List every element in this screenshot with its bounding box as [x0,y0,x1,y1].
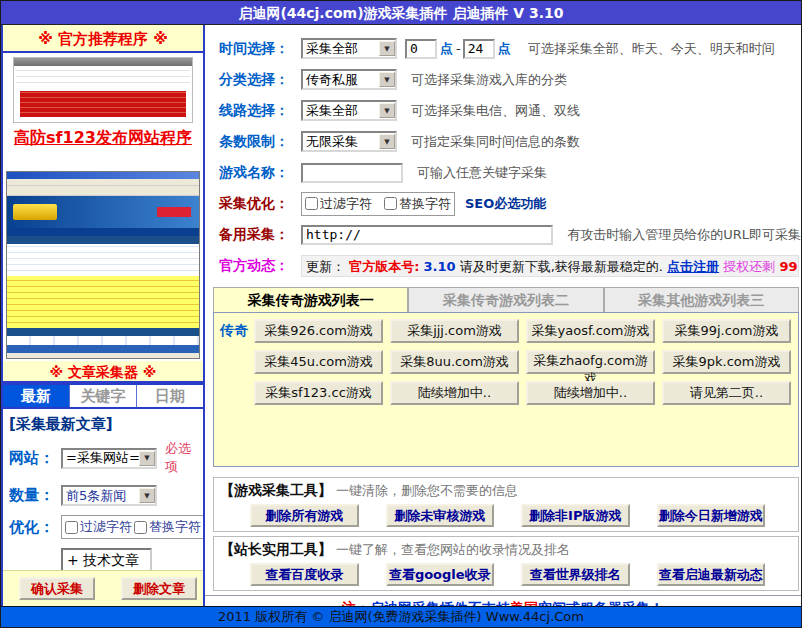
filter-chars-checkbox[interactable] [305,197,318,210]
collect-game-button[interactable]: 采集926.com游戏 [254,319,383,343]
check-baidu-index-button[interactable]: 查看百度收录 [250,563,359,586]
chevron-down-icon[interactable]: ▼ [139,488,155,503]
game-tools-header: 【游戏采集工具】 一键清除，删除您不需要的信息 [220,482,792,500]
backup-url-input[interactable] [301,225,553,245]
promo-link[interactable]: 高防sf123发布网站程序 [14,128,192,149]
tab-game-list-3[interactable]: 采集其他游戏列表三 [604,287,799,312]
hour-label: 点 [440,40,453,58]
news-prefix: 更新： [306,259,345,274]
filter-chars-label: 过滤字符 [80,518,132,536]
collect-game-button[interactable]: 采集99j.com游戏 [662,319,791,343]
site-rows-yellow [7,276,199,328]
site-rows-white [7,244,199,276]
site-select-value: =采集网站= [66,449,139,467]
collect-game-button[interactable]: 采集jjj.com游戏 [390,319,519,343]
thumbnail-header-bar [14,58,192,66]
site-banner [7,196,199,228]
webmaster-tools-section: 【站长实用工具】 一键了解，查看您网站的收录情况及排名 查看百度收录 查看goo… [213,536,799,591]
backup-row: 备用采集： 有攻击时输入管理员给你的URL即可采集 [219,219,801,250]
time-label: 时间选择： [219,40,301,58]
collect-game-button[interactable]: 陆续增加中.. [390,381,519,405]
collect-game-button[interactable]: 采集zhaofg.com游戏 [526,350,655,374]
tab-latest[interactable]: 最新 [3,385,70,407]
count-select-value: 前5条新闻 [66,487,139,505]
confirm-collect-button[interactable]: 确认采集 [19,577,95,600]
optimize-label: 优化： [9,518,61,537]
notice-line: 注：启迪网采集插件不支持美国空间或服务器采集！ [205,595,801,606]
title-bar: 启迪网(44cj.com)游戏采集插件 启迪插件 V 3.10 [1,1,801,25]
game-name-help: 可输入任意关键字采集 [417,164,547,182]
site-band-blue2 [7,345,199,353]
register-link[interactable]: 点击注册 [667,259,719,274]
collect-game-button[interactable]: 请见第二页.. [662,381,791,405]
check-google-index-button[interactable]: 查看google收录 [386,563,495,586]
category-item[interactable]: + 技术文章 [67,550,150,570]
count-label: 数量： [9,486,61,505]
collect-game-button[interactable]: 采集8uu.com游戏 [390,350,519,374]
delete-today-games-button[interactable]: 删除今日新增游戏 [657,504,766,527]
site-footer-strip [7,353,199,358]
auth-remaining-label: 授权还剩 [723,259,775,274]
check-qidi-news-button[interactable]: 查看启迪最新动态 [657,563,766,586]
chevron-down-icon[interactable]: ▼ [379,103,395,118]
news-label: 官方动态： [219,257,301,275]
delete-article-button[interactable]: 删除文章 [121,577,197,600]
collect-game-button[interactable]: 采集45u.com游戏 [254,350,383,374]
time-to-input[interactable] [463,39,495,59]
chevron-down-icon[interactable]: ▼ [139,451,155,466]
chevron-down-icon[interactable]: ▼ [379,41,395,56]
category-listbox[interactable]: + 技术文章 + 经验心得 + 心情故事 + 经典脚本 [61,548,152,570]
optimize-checkbox-group: 过滤字符 替换字符 [61,515,203,539]
line-select[interactable]: 采集全部 ▼ [301,100,397,121]
promo-site-thumbnail[interactable] [13,57,193,123]
site-band-white [7,336,199,345]
article-collector-thumbnail[interactable] [6,171,200,359]
delete-all-games-button[interactable]: 删除所有游戏 [250,504,359,527]
chevron-down-icon[interactable]: ▼ [379,72,395,87]
site-select[interactable]: =采集网站= ▼ [61,448,157,469]
tab-keyword[interactable]: 关键字 [70,385,137,407]
check-world-rank-button[interactable]: 查看世界级排名 [521,563,630,586]
seo-hint: SEO必选功能 [465,195,546,213]
tab-game-list-2[interactable]: 采集传奇游戏列表二 [408,287,603,312]
line-label: 线路选择： [219,102,301,120]
category-select-value: 传奇私服 [306,71,379,89]
collect-game-button[interactable]: 采集9pk.com游戏 [662,350,791,374]
limit-select-value: 无限采集 [306,133,379,151]
delete-non-ip-games-button[interactable]: 删除非IP版游戏 [521,504,630,527]
game-name-input[interactable] [301,163,403,183]
line-row: 线路选择： 采集全部 ▼ 可选择采集电信、网通、双线 [219,95,801,126]
collect-game-button[interactable]: 采集yaosf.com游戏 [526,319,655,343]
delete-unreviewed-games-button[interactable]: 删除未审核游戏 [386,504,495,527]
tab-game-list-1[interactable]: 采集传奇游戏列表一 [213,287,408,312]
time-from-input[interactable] [405,39,437,59]
count-select[interactable]: 前5条新闻 ▼ [61,485,157,506]
chevron-down-icon[interactable]: ▼ [379,134,395,149]
content-area: 时间选择： 采集全部 ▼ 点 - 点 可选择采集全部、昨天、今天、明天和时间 分… [205,25,801,606]
tab-date[interactable]: 日期 [137,385,203,407]
replace-chars-checkbox[interactable] [134,521,147,534]
collect-game-button[interactable]: 采集sf123.cc游戏 [254,381,383,405]
replace-chars-label: 替换字符 [149,518,201,536]
backup-help: 有攻击时输入管理员给你的URL即可采集 [567,226,801,244]
game-tools-buttons: 删除所有游戏 删除未审核游戏 删除非IP版游戏 删除今日新增游戏 [220,504,792,527]
replace-chars-checkbox[interactable] [384,197,397,210]
filter-chars-checkbox[interactable] [65,521,78,534]
filter-chars-label: 过滤字符 [320,195,372,213]
limit-select[interactable]: 无限采集 ▼ [301,131,397,152]
category-select-row: 分类选择： 传奇私服 ▼ 可选择采集游戏入库的分类 [219,64,801,95]
game-button-row: 传奇 采集926.com游戏 采集jjj.com游戏 采集yaosf.com游戏… [220,319,798,343]
category-help: 可选择采集游戏入库的分类 [411,71,567,89]
category-select[interactable]: 传奇私服 ▼ [301,69,397,90]
site-label: 网站： [9,449,61,468]
article-section-header: ※ 文章采集器 ※ [3,361,203,383]
collect-game-button[interactable]: 陆续增加中.. [526,381,655,405]
replace-chars-label: 替换字符 [399,195,451,213]
browser-toolbar [7,186,199,196]
article-collect-form: [采集最新文章] 网站： =采集网站= ▼ 必选项 数量： 前5条新闻 ▼ [3,409,203,570]
game-name-label: 游戏名称： [219,164,301,182]
time-select-value: 采集全部 [306,40,379,58]
time-select[interactable]: 采集全部 ▼ [301,38,397,59]
webmaster-tools-buttons: 查看百度收录 查看google收录 查看世界级排名 查看启迪最新动态 [220,563,792,586]
legend-chuanqi: 传奇 [220,322,254,340]
